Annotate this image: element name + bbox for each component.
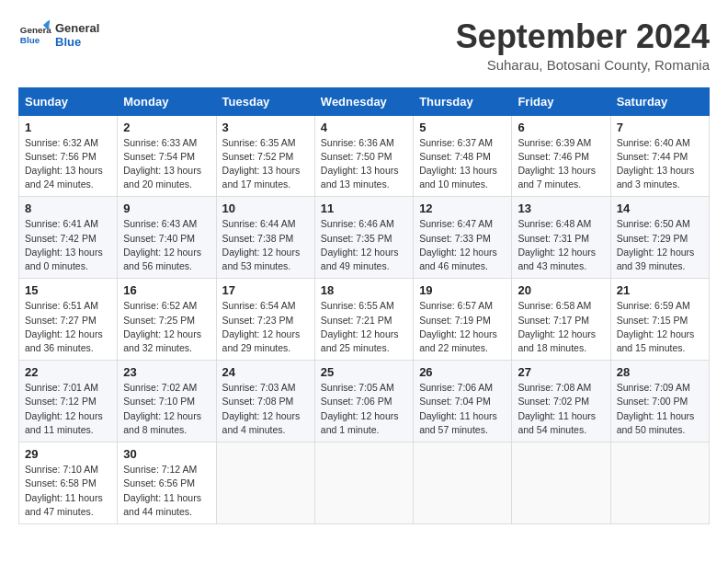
title-block: September 2024 Suharau, Botosani County,… — [456, 18, 710, 73]
day-number: 11 — [321, 201, 407, 215]
calendar-cell — [216, 442, 314, 524]
calendar-cell — [512, 442, 610, 524]
logo-general-text: General — [55, 21, 99, 35]
calendar-cell: 13Sunrise: 6:48 AMSunset: 7:31 PMDayligh… — [512, 197, 610, 279]
day-info: Sunrise: 6:46 AMSunset: 7:35 PMDaylight:… — [321, 217, 407, 273]
day-number: 21 — [617, 283, 703, 297]
calendar-cell: 29Sunrise: 7:10 AMSunset: 6:58 PMDayligh… — [19, 442, 118, 524]
day-info: Sunrise: 6:54 AMSunset: 7:23 PMDaylight:… — [222, 299, 309, 355]
calendar-cell: 4Sunrise: 6:36 AMSunset: 7:50 PMDaylight… — [314, 115, 413, 197]
day-number: 22 — [25, 365, 111, 379]
calendar-cell — [314, 442, 413, 524]
day-info: Sunrise: 7:10 AMSunset: 6:58 PMDaylight:… — [25, 463, 111, 519]
calendar-cell: 11Sunrise: 6:46 AMSunset: 7:35 PMDayligh… — [314, 197, 413, 279]
calendar-cell: 25Sunrise: 7:05 AMSunset: 7:06 PMDayligh… — [314, 361, 413, 442]
day-number: 2 — [123, 121, 210, 134]
calendar-header-row: SundayMondayTuesdayWednesdayThursdayFrid… — [19, 87, 710, 115]
day-info: Sunrise: 7:09 AMSunset: 7:00 PMDaylight:… — [617, 381, 703, 437]
calendar-cell: 8Sunrise: 6:41 AMSunset: 7:42 PMDaylight… — [19, 197, 118, 279]
calendar-cell: 22Sunrise: 7:01 AMSunset: 7:12 PMDayligh… — [19, 361, 118, 442]
day-info: Sunrise: 7:05 AMSunset: 7:06 PMDaylight:… — [321, 381, 407, 437]
calendar-cell: 18Sunrise: 6:55 AMSunset: 7:21 PMDayligh… — [314, 279, 413, 361]
day-info: Sunrise: 6:47 AMSunset: 7:33 PMDaylight:… — [419, 217, 506, 273]
calendar-cell: 24Sunrise: 7:03 AMSunset: 7:08 PMDayligh… — [216, 361, 314, 442]
day-info: Sunrise: 6:37 AMSunset: 7:48 PMDaylight:… — [419, 136, 506, 192]
day-info: Sunrise: 6:41 AMSunset: 7:42 PMDaylight:… — [25, 217, 111, 273]
calendar-cell: 28Sunrise: 7:09 AMSunset: 7:00 PMDayligh… — [610, 361, 709, 442]
calendar-cell — [610, 442, 709, 524]
calendar-cell: 14Sunrise: 6:50 AMSunset: 7:29 PMDayligh… — [610, 197, 709, 279]
calendar-cell: 20Sunrise: 6:58 AMSunset: 7:17 PMDayligh… — [512, 279, 610, 361]
day-info: Sunrise: 6:48 AMSunset: 7:31 PMDaylight:… — [518, 217, 604, 273]
calendar-cell: 12Sunrise: 6:47 AMSunset: 7:33 PMDayligh… — [414, 197, 512, 279]
day-info: Sunrise: 6:59 AMSunset: 7:15 PMDaylight:… — [617, 299, 703, 355]
day-number: 19 — [419, 283, 506, 297]
calendar-cell: 15Sunrise: 6:51 AMSunset: 7:27 PMDayligh… — [19, 279, 118, 361]
day-number: 8 — [25, 201, 111, 215]
calendar-cell: 17Sunrise: 6:54 AMSunset: 7:23 PMDayligh… — [216, 279, 314, 361]
calendar-day-header: Friday — [512, 87, 610, 115]
day-number: 17 — [222, 283, 309, 297]
day-info: Sunrise: 7:03 AMSunset: 7:08 PMDaylight:… — [222, 381, 309, 437]
day-info: Sunrise: 6:55 AMSunset: 7:21 PMDaylight:… — [321, 299, 407, 355]
day-info: Sunrise: 6:52 AMSunset: 7:25 PMDaylight:… — [123, 299, 210, 355]
day-info: Sunrise: 6:32 AMSunset: 7:56 PMDaylight:… — [25, 136, 111, 192]
day-number: 4 — [321, 121, 407, 134]
calendar-cell: 1Sunrise: 6:32 AMSunset: 7:56 PMDaylight… — [19, 115, 118, 197]
day-info: Sunrise: 6:51 AMSunset: 7:27 PMDaylight:… — [25, 299, 111, 355]
calendar-week-row: 8Sunrise: 6:41 AMSunset: 7:42 PMDaylight… — [19, 197, 710, 279]
calendar-week-row: 29Sunrise: 7:10 AMSunset: 6:58 PMDayligh… — [19, 442, 710, 524]
day-info: Sunrise: 7:01 AMSunset: 7:12 PMDaylight:… — [25, 381, 111, 437]
calendar-cell: 5Sunrise: 6:37 AMSunset: 7:48 PMDaylight… — [414, 115, 512, 197]
day-info: Sunrise: 6:35 AMSunset: 7:52 PMDaylight:… — [222, 136, 309, 192]
day-number: 16 — [123, 283, 210, 297]
calendar-week-row: 1Sunrise: 6:32 AMSunset: 7:56 PMDaylight… — [19, 115, 710, 197]
day-number: 29 — [25, 447, 111, 461]
calendar-cell: 2Sunrise: 6:33 AMSunset: 7:54 PMDaylight… — [118, 115, 216, 197]
day-number: 18 — [321, 283, 407, 297]
calendar-cell: 3Sunrise: 6:35 AMSunset: 7:52 PMDaylight… — [216, 115, 314, 197]
month-title: September 2024 — [456, 18, 710, 55]
day-number: 25 — [321, 365, 407, 379]
page-header: General Blue General Blue September 2024… — [18, 18, 710, 73]
calendar-cell: 10Sunrise: 6:44 AMSunset: 7:38 PMDayligh… — [216, 197, 314, 279]
calendar-day-header: Wednesday — [314, 87, 413, 115]
day-number: 27 — [518, 365, 604, 379]
calendar-day-header: Tuesday — [216, 87, 314, 115]
day-number: 5 — [419, 121, 506, 134]
day-number: 28 — [617, 365, 703, 379]
logo-blue-text: Blue — [55, 35, 99, 49]
day-number: 30 — [123, 447, 210, 461]
calendar-day-header: Saturday — [610, 87, 709, 115]
calendar-cell: 16Sunrise: 6:52 AMSunset: 7:25 PMDayligh… — [118, 279, 216, 361]
day-number: 23 — [123, 365, 210, 379]
svg-text:Blue: Blue — [20, 35, 40, 45]
day-number: 26 — [419, 365, 506, 379]
day-number: 12 — [419, 201, 506, 215]
day-info: Sunrise: 7:02 AMSunset: 7:10 PMDaylight:… — [123, 381, 210, 437]
calendar-cell: 30Sunrise: 7:12 AMSunset: 6:56 PMDayligh… — [118, 442, 216, 524]
day-number: 13 — [518, 201, 604, 215]
day-number: 7 — [617, 121, 703, 134]
day-info: Sunrise: 7:06 AMSunset: 7:04 PMDaylight:… — [419, 381, 506, 437]
day-info: Sunrise: 7:08 AMSunset: 7:02 PMDaylight:… — [518, 381, 604, 437]
calendar-day-header: Monday — [118, 87, 216, 115]
day-number: 1 — [25, 121, 111, 134]
logo-icon: General Blue — [18, 18, 51, 52]
day-info: Sunrise: 6:33 AMSunset: 7:54 PMDaylight:… — [123, 136, 210, 192]
day-info: Sunrise: 6:50 AMSunset: 7:29 PMDaylight:… — [617, 217, 703, 273]
day-info: Sunrise: 6:43 AMSunset: 7:40 PMDaylight:… — [123, 217, 210, 273]
day-number: 24 — [222, 365, 309, 379]
day-info: Sunrise: 7:12 AMSunset: 6:56 PMDaylight:… — [123, 463, 210, 519]
calendar-cell: 6Sunrise: 6:39 AMSunset: 7:46 PMDaylight… — [512, 115, 610, 197]
calendar-week-row: 15Sunrise: 6:51 AMSunset: 7:27 PMDayligh… — [19, 279, 710, 361]
day-info: Sunrise: 6:44 AMSunset: 7:38 PMDaylight:… — [222, 217, 309, 273]
day-number: 15 — [25, 283, 111, 297]
calendar-cell: 19Sunrise: 6:57 AMSunset: 7:19 PMDayligh… — [414, 279, 512, 361]
day-number: 10 — [222, 201, 309, 215]
calendar-cell: 21Sunrise: 6:59 AMSunset: 7:15 PMDayligh… — [610, 279, 709, 361]
calendar-body: 1Sunrise: 6:32 AMSunset: 7:56 PMDaylight… — [19, 115, 710, 523]
day-number: 9 — [123, 201, 210, 215]
logo: General Blue General Blue — [18, 18, 99, 52]
day-info: Sunrise: 6:39 AMSunset: 7:46 PMDaylight:… — [518, 136, 604, 192]
